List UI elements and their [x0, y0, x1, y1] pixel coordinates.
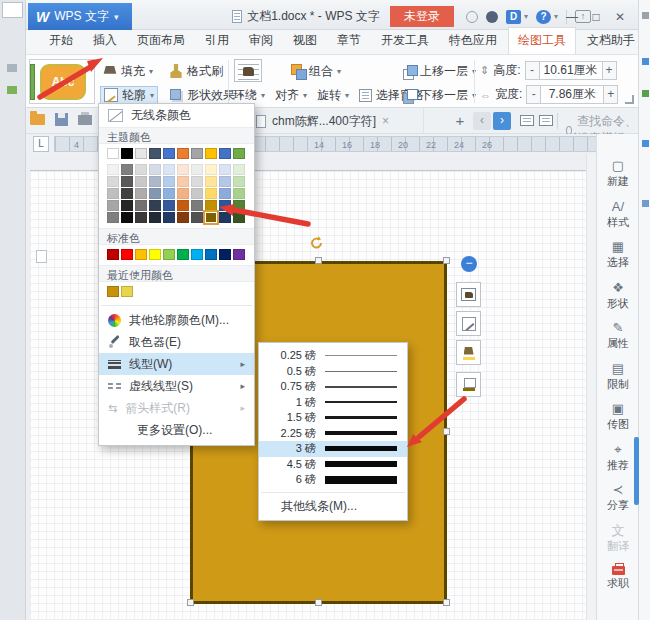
rotate-button[interactable]: 旋转 ▾	[314, 86, 352, 104]
new-tab-button[interactable]: +	[450, 111, 470, 131]
resize-handle-top-right[interactable]	[443, 257, 450, 264]
menu-item-line-style[interactable]: 线型(W) ▸	[99, 353, 254, 375]
pages-icon[interactable]	[539, 115, 553, 126]
tint-swatch[interactable]	[219, 212, 231, 223]
tint-swatch[interactable]	[191, 188, 203, 199]
sync-icon[interactable]	[466, 11, 478, 23]
tint-swatch[interactable]	[205, 176, 217, 187]
width-value[interactable]: 7.86厘米	[541, 85, 603, 104]
tab-developer[interactable]: 开发工具	[372, 28, 438, 54]
tint-swatch[interactable]	[163, 164, 175, 175]
outline-button[interactable]: 轮廓 ▾	[100, 86, 158, 104]
tab-doc-assistant[interactable]: 文档助手	[578, 28, 644, 54]
sidebar-item-job[interactable]: 求职	[597, 563, 639, 591]
tab-home[interactable]: 开始	[40, 28, 82, 54]
fill-color-mini-button[interactable]	[456, 340, 481, 365]
tint-swatch[interactable]	[177, 164, 189, 175]
menu-item-dash-style[interactable]: 虚线线型(S) ▸	[99, 375, 254, 397]
tint-swatch[interactable]	[107, 200, 119, 211]
line-weight-option[interactable]: 4.5 磅	[259, 457, 407, 473]
tint-swatch[interactable]	[219, 188, 231, 199]
align-button[interactable]: 对齐 ▾	[272, 86, 310, 104]
theme-color-swatch[interactable]	[205, 148, 217, 159]
tint-swatch[interactable]	[233, 200, 245, 211]
sidebar-item-styles[interactable]: A/样式	[597, 199, 639, 230]
standard-color-swatch[interactable]	[149, 249, 161, 260]
menu-item-more-settings[interactable]: 更多设置(O)...	[99, 419, 254, 441]
send-backward-button[interactable]: 下移一层 ▾	[400, 86, 479, 104]
tint-swatch[interactable]	[163, 188, 175, 199]
tab-insert[interactable]: 插入	[84, 28, 126, 54]
wrap-mini-button[interactable]	[456, 282, 481, 307]
format-painter-button[interactable]: 格式刷	[166, 62, 226, 80]
tab-stop-selector[interactable]: L	[33, 136, 49, 152]
tab-drawing-tools[interactable]: 绘图工具	[508, 27, 576, 54]
shape-style-swatch[interactable]	[30, 64, 35, 100]
tint-swatch[interactable]	[163, 212, 175, 223]
standard-color-swatch[interactable]	[191, 249, 203, 260]
tint-swatch[interactable]	[135, 188, 147, 199]
sidebar-item-shapes[interactable]: ❖形状	[597, 280, 639, 311]
theme-color-swatch[interactable]	[135, 148, 147, 159]
dialog-launcher-icon[interactable]	[625, 95, 634, 104]
tint-swatch[interactable]	[191, 212, 203, 223]
menu-item-no-line-color[interactable]: 无线条颜色	[99, 104, 254, 127]
shape-style-sample[interactable]: Abc	[40, 64, 86, 100]
tint-swatch[interactable]	[233, 188, 245, 199]
vertical-scrollbar[interactable]	[586, 154, 596, 620]
standard-color-swatch[interactable]	[163, 249, 175, 260]
maximize-button[interactable]: □	[584, 10, 608, 24]
standard-color-swatch[interactable]	[135, 249, 147, 260]
height-value[interactable]: 10.61厘米	[540, 61, 602, 80]
print-icon[interactable]	[78, 115, 92, 125]
resize-handle-right[interactable]	[443, 428, 450, 435]
line-weight-option[interactable]: 1.5 磅	[259, 410, 407, 426]
height-decrement-button[interactable]: -	[525, 61, 540, 80]
width-decrement-button[interactable]: -	[526, 85, 541, 104]
tint-swatch[interactable]	[233, 176, 245, 187]
width-increment-button[interactable]: +	[603, 85, 618, 104]
standard-color-swatch[interactable]	[177, 249, 189, 260]
next-tab-button[interactable]: ›	[493, 112, 511, 130]
resize-handle-bottom-left[interactable]	[187, 599, 194, 606]
tint-swatch[interactable]	[177, 200, 189, 211]
help-icon[interactable]: ?	[536, 10, 551, 24]
rotate-handle[interactable]	[309, 235, 324, 253]
recent-color-swatch[interactable]	[121, 286, 133, 297]
outline-color-mini-button[interactable]	[456, 372, 481, 397]
selected-tint-swatch[interactable]	[205, 212, 217, 223]
tint-swatch[interactable]	[191, 164, 203, 175]
wps-app-menu-button[interactable]: W WPS 文字 ▾	[28, 3, 132, 30]
theme-color-swatch[interactable]	[177, 148, 189, 159]
previous-tab-button[interactable]: ‹	[473, 112, 491, 130]
docer-icon[interactable]: D	[506, 10, 521, 24]
tint-swatch[interactable]	[163, 176, 175, 187]
wrap-preview-icon[interactable]	[234, 59, 262, 82]
save-icon[interactable]	[55, 113, 68, 126]
standard-color-swatch[interactable]	[107, 249, 119, 260]
tint-swatch[interactable]	[177, 188, 189, 199]
line-weight-option[interactable]: 0.5 磅	[259, 364, 407, 380]
login-button[interactable]: 未登录	[390, 6, 454, 27]
line-weight-option[interactable]: 0.75 磅	[259, 379, 407, 395]
tint-swatch[interactable]	[149, 164, 161, 175]
tint-swatch[interactable]	[191, 176, 203, 187]
theme-color-swatch[interactable]	[121, 148, 133, 159]
line-weight-option[interactable]: 6 磅	[259, 472, 407, 488]
tint-swatch[interactable]	[219, 164, 231, 175]
tint-swatch[interactable]	[205, 164, 217, 175]
tint-swatch[interactable]	[135, 164, 147, 175]
account-icon[interactable]	[486, 11, 498, 23]
theme-color-swatch[interactable]	[219, 148, 231, 159]
tab-page-layout[interactable]: 页面布局	[128, 28, 194, 54]
theme-color-swatch[interactable]	[191, 148, 203, 159]
menu-item-more-lines[interactable]: 其他线条(M)...	[259, 495, 407, 517]
tint-swatch[interactable]	[205, 200, 217, 211]
minimize-button[interactable]: —	[560, 10, 584, 24]
tint-swatch[interactable]	[191, 200, 203, 211]
menu-item-eyedropper[interactable]: 取色器(E)	[99, 331, 254, 353]
tab-view[interactable]: 视图	[284, 28, 326, 54]
standard-color-swatch[interactable]	[233, 249, 245, 260]
tint-swatch[interactable]	[135, 212, 147, 223]
standard-color-swatch[interactable]	[205, 249, 217, 260]
